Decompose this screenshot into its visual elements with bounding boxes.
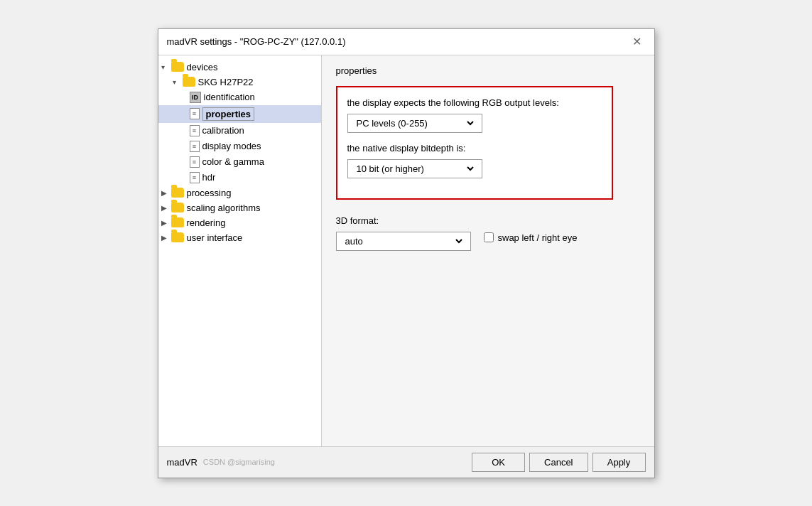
folder-icon-processing [171, 188, 184, 198]
bitdepth-description: the native display bitdepth is: [347, 143, 602, 154]
expand-arrow-processing: ▶ [161, 189, 170, 197]
bitdepth-dropdown-wrapper[interactable]: 8 bit 10 bit (or higher) 12 bit (or high… [347, 159, 482, 178]
sidebar-item-properties[interactable]: properties [158, 105, 321, 123]
folder-icon-skg [183, 77, 195, 87]
sidebar-item-color-gamma[interactable]: color & gamma [158, 154, 321, 170]
sidebar-item-identification[interactable]: ID identification [158, 90, 321, 105]
folder-icon-scaling [171, 203, 184, 212]
doc-icon-properties [190, 108, 200, 119]
skg-label: SKG H27P22 [198, 77, 254, 87]
content-panel: properties the display expects the follo… [322, 55, 654, 446]
dialog-body: ▾ devices ▾ SKG H27P22 ID identification [158, 55, 654, 446]
doc-icon-calibration [190, 125, 200, 136]
rgb-description: the display expects the following RGB ou… [347, 97, 602, 108]
sidebar-tree: ▾ devices ▾ SKG H27P22 ID identification [158, 55, 322, 446]
calibration-label: calibration [202, 125, 244, 136]
apply-button[interactable]: Apply [592, 453, 646, 472]
devices-label: devices [187, 62, 218, 72]
properties-settings-box: the display expects the following RGB ou… [336, 86, 613, 200]
sidebar-item-processing[interactable]: ▶ processing [158, 185, 321, 200]
title-bar: madVR settings - "ROG-PC-ZY" (127.0.0.1)… [158, 29, 654, 55]
doc-icon-display-modes [190, 141, 200, 152]
swap-eyes-row: swap left / right eye [484, 232, 578, 243]
expand-arrow-skg: ▾ [173, 78, 181, 86]
display-modes-label: display modes [202, 141, 261, 151]
watermark: CSDN @sigmarising [203, 458, 275, 466]
format-row: 3D format: auto frame packing top-bottom… [336, 215, 640, 251]
format-dropdown[interactable]: auto frame packing top-bottom side by si… [342, 235, 465, 247]
bitdepth-dropdown[interactable]: 8 bit 10 bit (or higher) 12 bit (or high… [354, 163, 476, 175]
sidebar-item-rendering[interactable]: ▶ rendering [158, 215, 321, 230]
expand-arrow-devices: ▾ [161, 63, 170, 71]
main-dialog: madVR settings - "ROG-PC-ZY" (127.0.0.1)… [158, 28, 655, 478]
expand-arrow-scaling: ▶ [161, 204, 170, 212]
rgb-dropdown[interactable]: PC levels (0-255) TV levels (16-235) Aut… [354, 117, 476, 129]
properties-label: properties [202, 107, 255, 121]
sidebar-item-calibration[interactable]: calibration [158, 123, 321, 139]
sidebar-item-display-modes[interactable]: display modes [158, 139, 321, 154]
window-title: madVR settings - "ROG-PC-ZY" (127.0.0.1) [167, 36, 346, 47]
sidebar-item-skg[interactable]: ▾ SKG H27P22 [158, 75, 321, 90]
app-name: madVR [167, 457, 197, 468]
id-icon: ID [190, 92, 201, 103]
ok-button[interactable]: OK [472, 453, 525, 472]
expand-arrow-ui: ▶ [161, 234, 170, 242]
rendering-label: rendering [187, 217, 226, 228]
rgb-dropdown-wrapper[interactable]: PC levels (0-255) TV levels (16-235) Aut… [347, 114, 482, 133]
folder-icon-devices [171, 62, 184, 72]
doc-icon-color-gamma [190, 156, 200, 168]
swap-eyes-checkbox[interactable] [484, 232, 494, 242]
format-group: 3D format: auto frame packing top-bottom… [336, 215, 471, 251]
scaling-algorithms-label: scaling algorithms [187, 203, 261, 213]
footer-left: madVR CSDN @sigmarising [167, 457, 275, 468]
hdr-label: hdr [202, 172, 216, 183]
sidebar-item-scaling-algorithms[interactable]: ▶ scaling algorithms [158, 200, 321, 215]
sidebar-item-hdr[interactable]: hdr [158, 170, 321, 185]
user-interface-label: user interface [187, 232, 243, 243]
doc-icon-hdr [190, 172, 200, 183]
format-label: 3D format: [336, 215, 471, 226]
identification-label: identification [204, 92, 255, 102]
processing-label: processing [187, 188, 232, 198]
cancel-button[interactable]: Cancel [529, 453, 588, 472]
footer-buttons: OK Cancel Apply [472, 453, 645, 472]
format-dropdown-wrapper[interactable]: auto frame packing top-bottom side by si… [336, 232, 471, 251]
swap-eyes-label: swap left / right eye [498, 232, 578, 243]
color-gamma-label: color & gamma [202, 156, 264, 167]
folder-icon-rendering [171, 217, 184, 227]
sidebar-item-devices[interactable]: ▾ devices [158, 60, 321, 75]
tab-label: properties [336, 65, 640, 76]
close-button[interactable]: ✕ [628, 35, 646, 49]
folder-icon-ui [171, 232, 184, 242]
expand-arrow-rendering: ▶ [161, 219, 170, 227]
footer: madVR CSDN @sigmarising OK Cancel Apply [158, 446, 654, 478]
sidebar-item-user-interface[interactable]: ▶ user interface [158, 230, 321, 245]
